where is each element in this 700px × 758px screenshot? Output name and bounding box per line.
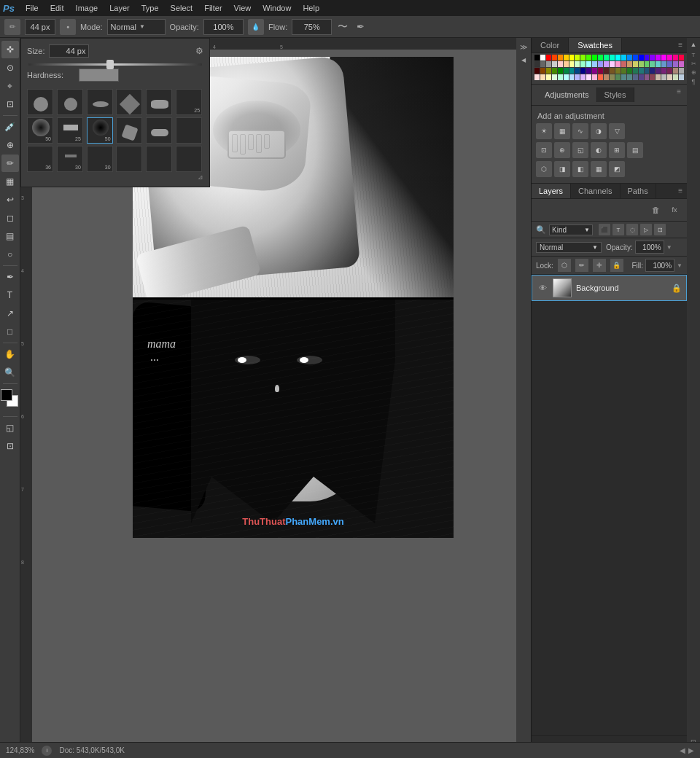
swatch-26[interactable] (534, 61, 540, 67)
tool-quickmask[interactable]: ◱ (1, 419, 19, 437)
swatch-90[interactable] (604, 74, 609, 80)
menu-type[interactable]: Type (136, 2, 164, 14)
swatch-75[interactable] (667, 68, 672, 74)
swatch-68[interactable] (627, 68, 632, 74)
brush-thumb-11[interactable] (146, 117, 172, 144)
swatch-56[interactable] (558, 68, 563, 74)
brush-thumb-16[interactable] (116, 146, 142, 172)
swatch-96[interactable] (639, 74, 644, 80)
swatch-47[interactable] (656, 61, 661, 67)
swatch-21[interactable] (656, 55, 661, 60)
swatch-50[interactable] (673, 61, 678, 67)
tool-pen[interactable]: ✒ (1, 268, 19, 286)
right-panel-tool-4[interactable]: ⊕ (691, 69, 696, 76)
blend-mode-dropdown[interactable]: Normal ▼ (536, 242, 602, 253)
brush-thumb-10[interactable] (116, 117, 142, 144)
swatch-27[interactable] (540, 61, 545, 67)
brush-thumb-2[interactable] (57, 89, 83, 115)
swatch-101[interactable] (667, 74, 672, 80)
right-panel-tool-2[interactable]: T (692, 52, 696, 58)
smooth-icon[interactable]: 〜 (336, 20, 349, 34)
adj-gradientmap-icon[interactable]: ▦ (591, 161, 607, 177)
swatch-73[interactable] (656, 68, 661, 74)
adj-hsl-icon[interactable]: ⊡ (536, 142, 552, 158)
brush-thumb-3[interactable] (87, 89, 113, 115)
swatch-63[interactable] (598, 68, 603, 74)
swatch-5[interactable] (564, 55, 569, 60)
swatch-40[interactable] (615, 61, 621, 67)
adj-selectivecolor-icon[interactable]: ◩ (609, 161, 625, 177)
swatch-8[interactable] (580, 55, 586, 60)
swatch-87[interactable] (586, 74, 591, 80)
fill-input[interactable]: 100% (645, 259, 674, 272)
tool-hand[interactable]: ✋ (1, 345, 19, 363)
adj-posterize-icon[interactable]: ◨ (554, 161, 570, 177)
lock-position-btn[interactable]: ✛ (593, 259, 606, 272)
swatch-67[interactable] (621, 68, 626, 74)
swatch-16[interactable] (627, 55, 632, 60)
swatch-17[interactable] (633, 55, 638, 60)
swatch-52[interactable] (534, 68, 540, 74)
swatch-77[interactable] (679, 68, 684, 74)
tool-text[interactable]: T (1, 286, 19, 304)
swatch-55[interactable] (552, 68, 557, 74)
brush-size-display[interactable]: 44 px (25, 19, 55, 35)
tool-crop[interactable]: ⊡ (1, 95, 19, 113)
brush-thumb-8[interactable]: 25 (57, 117, 83, 144)
opacity-input[interactable]: 100% (635, 241, 664, 254)
filter-shape-icon[interactable]: ▷ (640, 224, 652, 235)
brush-tool-icon[interactable]: ✏ (4, 19, 20, 35)
tab-paths[interactable]: Paths (621, 184, 656, 198)
tool-dodge[interactable]: ○ (1, 246, 19, 263)
swatch-2[interactable] (546, 55, 551, 60)
tab-styles[interactable]: Styles (597, 87, 634, 102)
swatch-23[interactable] (667, 55, 672, 60)
swatch-65[interactable] (610, 68, 615, 74)
brush-thumb-13[interactable]: 36 (27, 146, 53, 172)
swatch-30[interactable] (558, 61, 563, 67)
menu-window[interactable]: Window (257, 2, 296, 14)
swatch-79[interactable] (540, 74, 545, 80)
swatch-12[interactable] (604, 55, 609, 60)
lock-pixels-btn[interactable]: ✏ (575, 259, 588, 272)
swatch-95[interactable] (633, 74, 638, 80)
swatch-64[interactable] (604, 68, 609, 74)
swatch-42[interactable] (627, 61, 632, 67)
swatch-81[interactable] (552, 74, 557, 80)
adj-bw-icon[interactable]: ◱ (572, 142, 588, 158)
swatch-57[interactable] (564, 68, 569, 74)
swatch-28[interactable] (546, 61, 551, 67)
brush-thumb-7[interactable]: 50 (27, 117, 53, 144)
right-panel-tool-5[interactable]: ¶ (692, 78, 696, 85)
status-arrow-left[interactable]: ◀ (680, 746, 685, 754)
swatch-31[interactable] (564, 61, 569, 67)
adj-brightness-icon[interactable]: ☀ (536, 123, 552, 139)
swatch-82[interactable] (558, 74, 563, 80)
adj-exposure-icon[interactable]: ◑ (591, 123, 607, 139)
filter-type-icon[interactable]: T (612, 224, 624, 235)
swatch-49[interactable] (667, 61, 672, 67)
brush-thumb-4[interactable] (116, 89, 142, 115)
swatch-100[interactable] (661, 74, 666, 80)
airbrush-icon[interactable]: 💧 (248, 19, 264, 35)
menu-view[interactable]: View (229, 2, 257, 14)
opacity-value[interactable]: 100% (203, 19, 244, 35)
swatch-36[interactable] (592, 61, 597, 67)
filter-smart2-icon[interactable]: ⊡ (654, 224, 666, 235)
right-panel-tool-1[interactable]: ▲ (691, 41, 697, 48)
swatch-85[interactable] (575, 74, 580, 80)
swatch-29[interactable] (552, 61, 557, 67)
swatch-6[interactable] (569, 55, 575, 60)
tab-color[interactable]: Color (532, 38, 569, 52)
swatch-37[interactable] (598, 61, 603, 67)
opacity-arrow[interactable]: ▼ (666, 244, 672, 251)
layer-background[interactable]: 👁 Background 🔒 (532, 275, 687, 301)
swatch-22[interactable] (661, 55, 666, 60)
fill-arrow[interactable]: ▼ (677, 262, 682, 269)
adjustments-menu-icon[interactable]: ≡ (677, 87, 681, 102)
mode-dropdown[interactable]: Normal ▼ (107, 19, 166, 35)
swatch-44[interactable] (639, 61, 644, 67)
swatch-41[interactable] (621, 61, 626, 67)
swatch-69[interactable] (633, 68, 638, 74)
swatch-14[interactable] (615, 55, 621, 60)
